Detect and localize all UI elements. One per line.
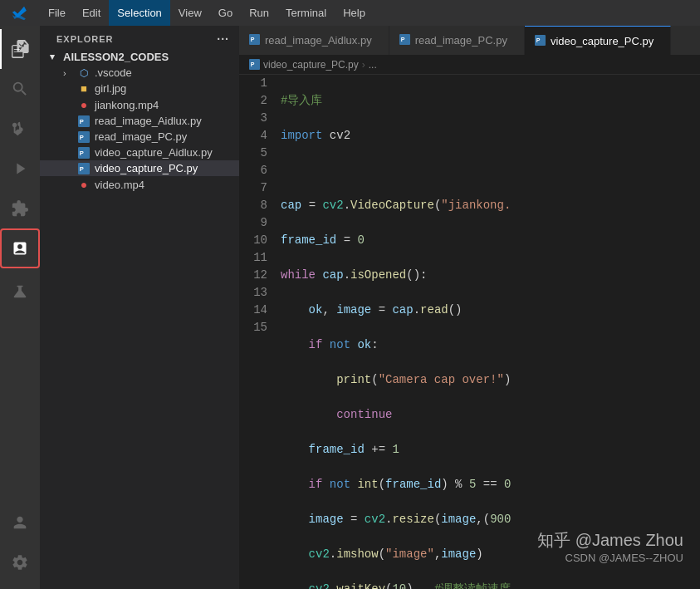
sidebar-item-video-pc[interactable]: P video_capture_PC.py: [40, 160, 239, 176]
file-tree: ▾ AILESSON2_CODES › ⬡ .vscode ■ girl.jpg…: [40, 49, 239, 589]
svg-text:P: P: [80, 149, 84, 156]
svg-text:P: P: [400, 37, 404, 42]
tab-read-pc[interactable]: P read_image_PC.py: [389, 26, 525, 55]
menu-help[interactable]: Help: [335, 0, 374, 26]
subfolder-chevron: ›: [63, 68, 75, 78]
vscode-folder-label: .vscode: [95, 66, 132, 79]
sidebar-item-video-mp4[interactable]: ● video.mp4: [40, 176, 239, 193]
svg-rect-0: [14, 49, 20, 50]
py-icon-1: P: [76, 115, 91, 127]
mp4-icon-2: ●: [76, 178, 91, 191]
breadcrumb-filename: video_capture_PC.py: [263, 59, 359, 71]
svg-rect-1: [14, 52, 19, 52]
svg-text:P: P: [80, 117, 84, 125]
tab-video-pc[interactable]: P video_capture_PC.py: [525, 26, 671, 55]
svg-text:P: P: [80, 133, 84, 140]
svg-text:P: P: [251, 61, 255, 67]
sidebar-item-read-pc[interactable]: P read_image_PC.py: [40, 129, 239, 145]
video-aidlux-label: video_capture_Aidlux.py: [95, 146, 213, 159]
sidebar-item-vscode[interactable]: › ⬡ .vscode: [40, 65, 239, 81]
watermark-line1: 知乎 @James Zhou: [537, 529, 683, 552]
explorer-activity-icon[interactable]: [0, 29, 40, 69]
more-actions-icon[interactable]: ···: [217, 32, 229, 46]
sidebar-item-jiankong[interactable]: ● jiankong.mp4: [40, 96, 239, 113]
menu-run[interactable]: Run: [241, 0, 277, 26]
menu-go[interactable]: Go: [210, 0, 241, 26]
search-activity-icon[interactable]: [0, 69, 40, 109]
read-pc-label: read_image_PC.py: [95, 130, 187, 143]
tab-py-icon-3: P: [535, 35, 546, 47]
watermark: 知乎 @James Zhou CSDN @JAMES--ZHOU: [537, 529, 683, 564]
video-pc-label: video_capture_PC.py: [95, 162, 198, 174]
tab-py-icon-2: P: [399, 34, 410, 47]
sidebar-header: EXPLORER ···: [40, 26, 239, 49]
tab-read-aidlux-label: read_image_Aidlux.py: [265, 34, 372, 47]
jiankong-label: jiankong.mp4: [95, 99, 159, 111]
settings-activity-icon[interactable]: [0, 542, 40, 582]
tab-py-icon-1: P: [249, 34, 260, 47]
sidebar-item-video-aidlux[interactable]: P video_capture_Aidlux.py: [40, 145, 239, 160]
py-icon-3: P: [76, 147, 91, 159]
sidebar: EXPLORER ··· ▾ AILESSON2_CODES › ⬡ .vsco…: [40, 26, 239, 589]
tab-video-pc-label: video_capture_PC.py: [551, 35, 653, 47]
menu-view[interactable]: View: [170, 0, 210, 26]
code-content[interactable]: #导入库 import cv2 cap = cv2.VideoCapture("…: [274, 75, 700, 589]
root-folder[interactable]: ▾ AILESSON2_CODES: [40, 49, 239, 65]
py-icon-4: P: [76, 163, 91, 174]
svg-text:P: P: [536, 37, 541, 43]
activity-bar: [0, 26, 40, 589]
remote-explorer-activity-icon[interactable]: [0, 228, 40, 268]
tab-read-pc-label: read_image_PC.py: [415, 34, 507, 47]
svg-text:P: P: [80, 164, 84, 172]
girljpg-label: girl.jpg: [95, 82, 126, 95]
video-mp4-label: video.mp4: [95, 179, 144, 191]
tab-read-aidlux[interactable]: P read_image_Aidlux.py: [239, 26, 389, 55]
menu-edit[interactable]: Edit: [74, 0, 109, 26]
sidebar-item-girljpg[interactable]: ■ girl.jpg: [40, 81, 239, 96]
menu-terminal[interactable]: Terminal: [277, 0, 335, 26]
sidebar-item-read-aidlux[interactable]: P read_image_Aidlux.py: [40, 113, 239, 129]
main-layout: EXPLORER ··· ▾ AILESSON2_CODES › ⬡ .vsco…: [0, 26, 700, 589]
explorer-title: EXPLORER: [56, 34, 114, 44]
line-numbers: 1 2 3 4 5 6 7 8 9 10 11 12 13 14 15: [239, 75, 274, 589]
breadcrumb-rest: ...: [369, 59, 377, 71]
root-folder-name: AILESSON2_CODES: [63, 51, 169, 63]
testing-activity-icon[interactable]: [0, 272, 40, 312]
breadcrumb: P video_capture_PC.py › ...: [239, 55, 700, 75]
run-debug-activity-icon[interactable]: [0, 149, 40, 189]
sidebar-actions: ···: [217, 32, 229, 46]
jpg-icon: ■: [76, 82, 91, 95]
titlebar: File Edit Selection View Go Run Terminal…: [0, 0, 700, 26]
watermark-line2: CSDN @JAMES--ZHOU: [537, 552, 683, 564]
menu-bar: File Edit Selection View Go Run Terminal…: [40, 0, 374, 26]
svg-text:P: P: [251, 37, 255, 42]
menu-file[interactable]: File: [40, 0, 74, 26]
py-icon-2: P: [76, 131, 91, 143]
vscode-logo: [0, 4, 40, 22]
editor-area: P read_image_Aidlux.py P read_image_PC.p…: [239, 26, 700, 589]
tab-bar: P read_image_Aidlux.py P read_image_PC.p…: [239, 26, 700, 55]
source-control-activity-icon[interactable]: [0, 109, 40, 149]
accounts-activity-icon[interactable]: [0, 503, 40, 542]
extensions-activity-icon[interactable]: [0, 189, 40, 228]
breadcrumb-sep: ›: [362, 59, 365, 71]
folder-chevron: ▾: [50, 52, 61, 62]
code-editor[interactable]: 1 2 3 4 5 6 7 8 9 10 11 12 13 14 15 #导入库…: [239, 75, 700, 589]
read-aidlux-label: read_image_Aidlux.py: [95, 115, 202, 127]
mp4-icon-1: ●: [76, 98, 91, 111]
menu-selection[interactable]: Selection: [109, 0, 169, 26]
vscode-folder-icon: ⬡: [76, 67, 91, 79]
